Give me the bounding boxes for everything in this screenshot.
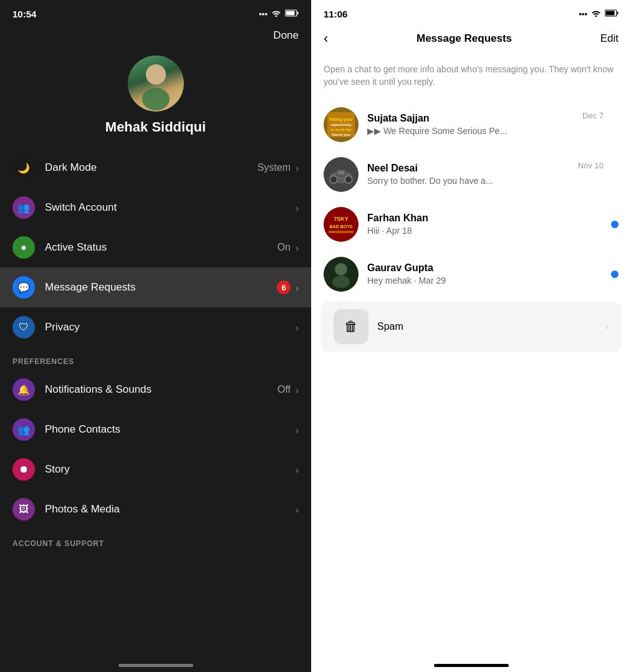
chevron-icon: ›	[296, 282, 299, 293]
phone-contacts-label: Phone Contacts	[45, 423, 296, 436]
menu-item-phone-contacts[interactable]: 👥 Phone Contacts ›	[0, 410, 311, 449]
right-panel: 11:06 ▪▪▪ ‹ Message Requests Edit Open a…	[311, 0, 631, 672]
nav-title: Message Requests	[417, 32, 512, 45]
photos-label: Photos & Media	[45, 503, 296, 516]
gaurav-preview: Hey mehak · Mar 29	[367, 276, 536, 286]
gaurav-avatar	[324, 257, 359, 292]
spam-label: Spam	[377, 321, 605, 332]
svg-point-16	[330, 176, 337, 183]
back-button[interactable]: ‹	[324, 31, 328, 47]
chevron-icon: ›	[296, 464, 299, 475]
svg-rect-7	[617, 12, 619, 14]
privacy-icon: 🛡	[12, 316, 35, 338]
message-item-farhan[interactable]: 7SKY BAD BOYS Farhan Khan Hiii · Apr 18	[311, 199, 631, 249]
chevron-icon: ›	[296, 163, 299, 173]
menu-item-message-requests[interactable]: 💬 Message Requests 6 ›	[0, 267, 311, 307]
chevron-icon: ›	[296, 203, 299, 213]
message-list: Filling your opportunity to build the fu…	[311, 100, 631, 672]
svg-text:to build the: to build the	[331, 128, 352, 132]
done-bar: Done	[0, 24, 311, 49]
active-status-label: Active Status	[45, 241, 277, 254]
svg-point-17	[345, 176, 352, 183]
active-status-icon: ●	[12, 236, 35, 259]
left-status-icons: ▪▪▪	[259, 9, 299, 19]
profile-section: Mehak Siddiqui	[0, 49, 311, 148]
svg-rect-2	[297, 12, 299, 14]
farhan-preview: Hiii · Apr 18	[367, 226, 536, 236]
svg-text:Filling your: Filling your	[329, 117, 353, 122]
svg-point-24	[335, 263, 347, 276]
profile-name: Mehak Siddiqui	[105, 119, 206, 135]
svg-point-3	[146, 64, 166, 84]
chevron-icon: ›	[296, 385, 299, 395]
svg-text:future you: future you	[332, 133, 350, 137]
gaurav-name: Gaurav Gupta	[367, 262, 619, 274]
message-requests-label: Message Requests	[45, 281, 277, 294]
menu-item-dark-mode[interactable]: 🌙 Dark Mode System ›	[0, 148, 311, 188]
left-time: 10:54	[12, 9, 36, 19]
svg-text:7SKY: 7SKY	[334, 216, 349, 222]
menu-item-privacy[interactable]: 🛡 Privacy ›	[0, 307, 311, 347]
privacy-label: Privacy	[45, 321, 296, 334]
message-item-neel[interactable]: Neel Desai Sorry to bother. Do you have …	[311, 150, 631, 199]
edit-button[interactable]: Edit	[600, 32, 619, 45]
right-status-icons: ▪▪▪	[579, 9, 619, 19]
story-icon: ⏺	[12, 458, 35, 481]
menu-item-story[interactable]: ⏺ Story ›	[0, 449, 311, 489]
done-button[interactable]: Done	[273, 29, 299, 42]
neel-date: Nov 10	[578, 161, 604, 170]
right-status-bar: 11:06 ▪▪▪	[311, 0, 631, 24]
gaurav-unread-dot	[611, 271, 619, 278]
farhan-unread-dot	[611, 221, 619, 228]
battery-icon	[605, 9, 619, 19]
neel-preview: Sorry to bother. Do you have a...	[367, 176, 536, 186]
message-item-sujata[interactable]: Filling your opportunity to build the fu…	[311, 100, 631, 150]
sujata-preview: ▶▶ We Require Some Serious Pe...	[367, 126, 536, 136]
menu-item-active-status[interactable]: ● Active Status On ›	[0, 228, 311, 267]
right-time: 11:06	[324, 9, 347, 19]
message-item-gaurav[interactable]: Gaurav Gupta Hey mehak · Mar 29	[311, 249, 631, 299]
chevron-icon: ›	[296, 504, 299, 515]
svg-text:opportunity: opportunity	[330, 123, 352, 127]
sujata-avatar: Filling your opportunity to build the fu…	[324, 107, 359, 142]
notifications-icon: 🔔	[12, 378, 35, 401]
spam-chevron-icon: ›	[605, 321, 609, 332]
chevron-icon: ›	[296, 425, 299, 435]
left-status-bar: 10:54 ▪▪▪	[0, 0, 311, 24]
dark-mode-value: System	[258, 162, 291, 173]
spam-icon: 🗑	[334, 309, 368, 344]
nav-bar: ‹ Message Requests Edit	[311, 24, 631, 54]
farhan-content: Farhan Khan Hiii · Apr 18	[367, 213, 619, 236]
menu-item-photos-media[interactable]: 🖼 Photos & Media ›	[0, 489, 311, 529]
wifi-icon	[271, 9, 281, 19]
account-support-section-label: ACCOUNT & SUPPORT	[0, 529, 311, 552]
switch-account-icon: 👥	[12, 196, 35, 219]
svg-text:BAD BOYS: BAD BOYS	[330, 224, 353, 229]
neel-avatar	[324, 157, 359, 192]
menu-list: 🌙 Dark Mode System › 👥 Switch Account › …	[0, 148, 311, 347]
left-panel: 10:54 ▪▪▪ Done Mehak Siddiqui	[0, 0, 311, 672]
farhan-name: Farhan Khan	[367, 213, 619, 224]
sujata-content: Sujata Sajjan ▶▶ We Require Some Serious…	[367, 113, 619, 136]
svg-point-4	[142, 88, 170, 110]
left-home-indicator	[118, 664, 193, 667]
svg-point-25	[332, 276, 350, 288]
phone-contacts-icon: 👥	[12, 418, 35, 441]
chevron-icon: ›	[296, 322, 299, 333]
spam-item[interactable]: 🗑 Spam ›	[321, 302, 621, 352]
message-requests-icon: 💬	[12, 276, 35, 299]
farhan-avatar: 7SKY BAD BOYS	[324, 207, 359, 242]
svg-rect-22	[329, 231, 354, 233]
preferences-list: 🔔 Notifications & Sounds Off › 👥 Phone C…	[0, 370, 311, 529]
notifications-value: Off	[277, 384, 291, 395]
wifi-icon	[591, 9, 601, 19]
menu-item-notifications[interactable]: 🔔 Notifications & Sounds Off ›	[0, 370, 311, 410]
sujata-date: Dec 7	[582, 111, 604, 120]
svg-rect-6	[606, 11, 615, 16]
avatar[interactable]	[128, 55, 184, 112]
story-label: Story	[45, 463, 296, 476]
svg-rect-1	[286, 11, 295, 16]
photos-icon: 🖼	[12, 498, 35, 521]
battery-icon	[285, 9, 299, 19]
menu-item-switch-account[interactable]: 👥 Switch Account ›	[0, 188, 311, 228]
